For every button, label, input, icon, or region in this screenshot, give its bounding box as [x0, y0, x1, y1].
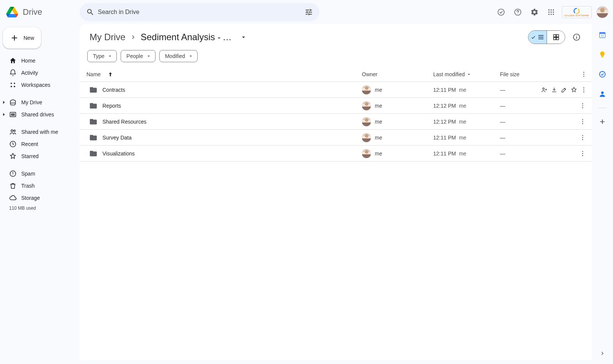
row-name: Visualizations — [102, 151, 362, 157]
row-actions — [571, 133, 589, 142]
org-label: GOLDEN SOFTWARE — [564, 14, 589, 17]
svg-point-17 — [11, 114, 13, 115]
row-owner: me — [362, 117, 433, 126]
nav-spam[interactable]: Spam — [5, 168, 75, 180]
more-action[interactable] — [578, 149, 587, 158]
col-menu[interactable] — [571, 71, 589, 78]
settings-icon[interactable] — [527, 5, 542, 20]
rename-action[interactable] — [561, 85, 567, 94]
table-row[interactable]: Shared Resources me 12:12 PMme — — [80, 114, 592, 130]
workspaces-icon — [9, 81, 17, 89]
col-modified[interactable]: Last modified — [433, 71, 500, 77]
nav-my-drive[interactable]: My Drive — [5, 96, 75, 108]
owner-avatar — [362, 133, 371, 142]
tasks-addon[interactable] — [595, 67, 610, 82]
nav-recent[interactable]: Recent — [5, 138, 75, 150]
details-button[interactable] — [569, 30, 584, 45]
col-name[interactable]: Name — [84, 71, 362, 77]
search-icon[interactable] — [83, 5, 98, 20]
svg-point-41 — [582, 139, 583, 140]
logo-block[interactable]: Drive — [3, 5, 80, 20]
svg-point-37 — [582, 121, 583, 122]
download-action[interactable] — [551, 85, 558, 94]
apps-icon[interactable] — [544, 5, 559, 20]
breadcrumb: My Drive Sediment Analysis - Aug… — [87, 31, 248, 43]
keep-addon[interactable] — [595, 47, 610, 62]
spam-icon — [9, 170, 17, 177]
svg-point-23 — [13, 175, 13, 175]
table-row[interactable]: Contracts me 12:11 PMme — — [80, 82, 592, 98]
nav-label: Shared drives — [21, 111, 54, 118]
calendar-addon[interactable]: 31 — [595, 27, 610, 42]
main-content: My Drive Sediment Analysis - Aug… — [80, 24, 592, 360]
row-name: Shared Resources — [102, 119, 362, 125]
filter-type[interactable]: Type — [87, 50, 117, 62]
row-size: — — [500, 151, 571, 157]
breadcrumb-root[interactable]: My Drive — [87, 31, 128, 43]
svg-point-32 — [583, 91, 584, 92]
folder-icon — [84, 118, 102, 126]
list-view-button[interactable] — [528, 31, 547, 44]
more-action[interactable] — [580, 85, 587, 94]
col-size[interactable]: File size — [500, 71, 571, 77]
more-action[interactable] — [578, 101, 587, 110]
nav-shared-with-me[interactable]: Shared with me — [5, 126, 75, 138]
help-icon[interactable] — [510, 5, 525, 20]
folder-icon — [84, 133, 102, 142]
svg-point-12 — [11, 83, 12, 84]
grid-view-button[interactable] — [547, 31, 565, 44]
share-action[interactable] — [541, 85, 548, 94]
filter-people[interactable]: People — [121, 50, 156, 62]
svg-point-38 — [582, 123, 583, 124]
org-logo[interactable]: GOLDEN SOFTWARE — [562, 6, 592, 18]
nav-home[interactable]: Home — [5, 55, 75, 67]
filter-modified[interactable]: Modified — [159, 50, 198, 62]
star-action[interactable] — [571, 85, 577, 94]
row-size: — — [500, 103, 571, 109]
row-modified: 12:11 PMme — [433, 135, 500, 141]
drive-logo-icon — [5, 5, 20, 20]
col-owner[interactable]: Owner — [362, 71, 433, 77]
owner-avatar — [362, 149, 371, 158]
nav-label: Storage — [21, 195, 40, 201]
row-name: Survey Data — [102, 135, 362, 141]
nav-storage[interactable]: Storage — [5, 192, 75, 204]
nav-label: Spam — [21, 171, 35, 177]
nav-starred[interactable]: Starred — [5, 150, 75, 162]
caret-down-icon — [188, 53, 193, 59]
more-action[interactable] — [578, 117, 587, 126]
svg-point-3 — [548, 9, 549, 11]
nav-label: Activity — [21, 70, 38, 76]
offline-ready-icon[interactable] — [494, 5, 509, 20]
nav-trash[interactable]: Trash — [5, 180, 75, 192]
get-addons[interactable] — [595, 114, 610, 129]
search-options-icon[interactable] — [301, 5, 316, 20]
breadcrumb-current[interactable]: Sediment Analysis - Aug… — [138, 31, 237, 43]
breadcrumb-dropdown[interactable] — [239, 32, 248, 42]
svg-point-13 — [14, 83, 15, 84]
svg-point-30 — [583, 87, 584, 88]
search-input[interactable] — [98, 9, 301, 16]
svg-point-39 — [582, 135, 583, 136]
nav-activity[interactable]: Activity — [5, 67, 75, 79]
nav-shared-drives[interactable]: Shared drives — [5, 108, 75, 121]
table-row[interactable]: Reports me 12:12 PMme — — [80, 98, 592, 114]
contacts-addon[interactable] — [595, 86, 610, 102]
table-row[interactable]: Survey Data me 12:11 PMme — — [80, 130, 592, 146]
svg-point-27 — [583, 74, 584, 74]
svg-rect-46 — [600, 32, 605, 34]
svg-point-15 — [14, 86, 15, 87]
bell-icon — [9, 69, 17, 77]
nav-workspaces[interactable]: Workspaces — [5, 79, 75, 91]
account-avatar[interactable] — [596, 6, 608, 18]
svg-point-26 — [583, 72, 584, 72]
new-button[interactable]: New — [3, 27, 41, 49]
nav-label: Trash — [21, 183, 35, 189]
collapse-side-panel[interactable] — [596, 347, 609, 360]
search-bar[interactable] — [80, 3, 319, 21]
table-row[interactable]: Visualizations me 12:11 PMme — — [80, 146, 592, 162]
nav-label: Home — [21, 58, 35, 64]
filter-label: People — [126, 53, 143, 59]
svg-point-5 — [553, 9, 554, 11]
more-action[interactable] — [578, 133, 587, 142]
